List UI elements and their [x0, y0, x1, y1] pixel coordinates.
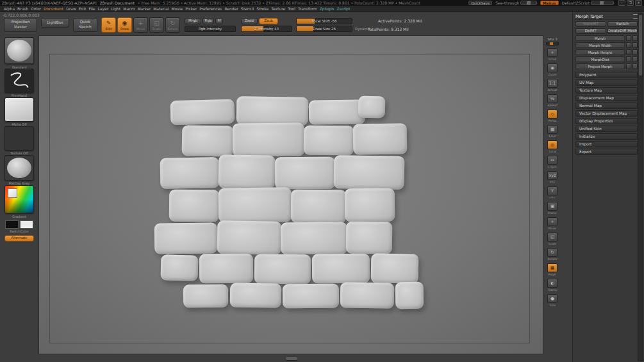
morph-width-slider[interactable]: Morph Width	[575, 42, 625, 48]
shelf-local-button[interactable]: ◎Local	[545, 140, 559, 156]
shelf-l-sym-button[interactable]: ↔L.Sym	[545, 156, 559, 171]
slider-option-button[interactable]	[626, 42, 631, 48]
shelf-zoom-button[interactable]: ◉Zoom	[545, 63, 559, 79]
store-mt-button[interactable]: StoreMT	[575, 21, 606, 27]
alternate-button[interactable]: Alternate	[4, 235, 34, 242]
stroke-thumbnail[interactable]	[4, 69, 34, 93]
main-color-swatch[interactable]	[5, 220, 19, 229]
slider-option-button[interactable]	[626, 56, 631, 62]
zadd-button[interactable]: Zadd	[241, 18, 258, 24]
slider-option-button[interactable]	[632, 35, 638, 41]
focal-shift-slider[interactable]: Focal Shift -56	[296, 18, 352, 24]
morph-slider[interactable]: Morph	[575, 35, 625, 41]
minimize-icon[interactable]: –	[618, 0, 625, 6]
slider-option-button[interactable]	[632, 49, 638, 55]
spix-groove[interactable]	[546, 42, 559, 45]
slider-option-button[interactable]	[632, 63, 638, 69]
rgb-intensity-slider[interactable]: Rgb Intensity	[185, 26, 236, 32]
shelf-transp-button[interactable]: ◐Transp	[545, 279, 559, 294]
menu-document[interactable]: Document	[44, 6, 63, 11]
see-through-slider[interactable]	[520, 1, 537, 5]
menu-layer[interactable]: Layer	[98, 6, 109, 11]
menu-tool[interactable]: Tool	[288, 6, 295, 11]
m-button[interactable]: M	[215, 18, 223, 24]
del-mt-button[interactable]: DelMT	[575, 28, 606, 34]
menu-stroke[interactable]: Stroke	[256, 6, 268, 11]
material-thumbnail[interactable]	[4, 155, 34, 181]
menu-preferences[interactable]: Preferences	[199, 6, 222, 11]
menu-movie[interactable]: Movie	[172, 6, 183, 11]
morphdist-slider[interactable]: MorphDist	[575, 56, 625, 62]
slider-option-button[interactable]	[632, 56, 638, 62]
morph-target-header[interactable]: Morph Target	[575, 13, 638, 20]
collapse-icon[interactable]	[633, 14, 638, 19]
creatediff-mesh-button[interactable]: CreateDiff Mesh	[607, 28, 638, 34]
menu-material[interactable]: Material	[153, 6, 169, 11]
menu-stencil[interactable]: Stencil	[241, 6, 254, 11]
menu-edit[interactable]: Edit	[79, 6, 87, 11]
edit-mode-button[interactable]: ✎ Edit	[101, 17, 116, 33]
menu-transform[interactable]: Transform	[298, 6, 317, 11]
shelf-move-button[interactable]: +Move	[545, 217, 559, 233]
secondary-color-swatch[interactable]	[20, 220, 33, 229]
lightbox-button[interactable]: LightBox	[41, 18, 69, 28]
panel-scrollbar-thumb[interactable]	[639, 15, 642, 76]
color-picker[interactable]	[4, 185, 34, 213]
rgb-button[interactable]: Rgb	[202, 18, 214, 24]
shelf-frame-button[interactable]: ▣Frame	[545, 202, 559, 217]
move-mode-button[interactable]: + Move	[133, 17, 148, 33]
menu-light[interactable]: Light	[111, 6, 120, 11]
draw-mode-button[interactable]: ◉ Draw	[117, 17, 132, 33]
shelf-aahalf-button[interactable]: ½AAHalf	[545, 94, 559, 110]
close-icon[interactable]: ✕	[635, 0, 642, 6]
shelf-y-button[interactable]: Y>Y<	[545, 186, 559, 202]
menus-toggle-button[interactable]: Menus	[540, 1, 558, 5]
shelf-persp-button[interactable]: ◇Persp	[545, 110, 559, 125]
menu-draw[interactable]: Draw	[66, 6, 76, 11]
spix-slider[interactable]: SPix 3	[545, 37, 559, 45]
rotate-mode-button[interactable]: ↻ Rotate	[165, 17, 180, 33]
section-normal-map[interactable]: Normal Map	[575, 103, 638, 109]
shelf-actual-button[interactable]: 1:1Actual	[545, 79, 559, 94]
section-texture-map[interactable]: Texture Map	[575, 87, 638, 94]
shelf-floor-button[interactable]: ▦Floor	[545, 125, 559, 140]
sculpt-viewport[interactable]	[38, 35, 543, 354]
slider-option-button[interactable]	[626, 63, 631, 69]
morph-height-slider[interactable]: Morph Height	[575, 49, 625, 55]
menu-picker[interactable]: Picker	[185, 6, 197, 11]
texture-thumbnail[interactable]	[4, 126, 34, 151]
menu-brush[interactable]: Brush	[17, 6, 28, 11]
menu-macro[interactable]: Macro	[123, 6, 135, 11]
slider-option-button[interactable]	[632, 42, 638, 48]
section-export[interactable]: Export	[575, 149, 638, 155]
quicksave-button[interactable]: QuickSave	[468, 1, 492, 5]
alpha-thumbnail[interactable]	[4, 97, 34, 122]
zsub-button[interactable]: Zsub	[259, 18, 278, 24]
project-morph-slider[interactable]: Project Morph	[575, 63, 625, 69]
slider-option-button[interactable]	[626, 49, 631, 55]
zscript-slider[interactable]	[591, 1, 614, 5]
color-picker-inner-square[interactable]	[8, 188, 17, 198]
menu-render[interactable]: Render	[224, 6, 238, 11]
draw-size-slider[interactable]: Draw Size 26	[296, 26, 352, 32]
switch-button[interactable]: Switch	[607, 21, 638, 27]
section-unified-skin[interactable]: Unified Skin	[575, 126, 638, 132]
quick-sketch-button[interactable]: Quick Sketch	[73, 18, 97, 32]
section-vector-displacement-map[interactable]: Vector Displacement Map	[575, 110, 638, 117]
z-intensity-slider[interactable]: Z Intensity 43	[241, 26, 292, 32]
panel-scrollbar[interactable]	[638, 13, 643, 361]
section-import[interactable]: Import	[575, 141, 638, 147]
shelf-solo-button[interactable]: ●Solo	[545, 294, 559, 309]
shelf-rotate-button[interactable]: ↻Rotate	[545, 248, 559, 263]
menu-zscript[interactable]: Zscript	[336, 6, 350, 11]
brush-thumbnail[interactable]	[4, 37, 34, 64]
section-displacement-map[interactable]: Displacement Map	[575, 95, 638, 101]
menu-texture[interactable]: Texture	[271, 6, 285, 11]
section-display-properties[interactable]: Display Properties	[575, 118, 638, 124]
hscroll-grip[interactable]	[286, 357, 297, 360]
section-polypaint[interactable]: Polypaint	[575, 72, 638, 78]
shelf-scale-button[interactable]: ◱Scale	[545, 233, 559, 248]
section-uv-map[interactable]: UV Map	[575, 79, 638, 86]
menu-color[interactable]: Color	[31, 6, 41, 11]
menu-marker[interactable]: Marker	[137, 6, 151, 11]
